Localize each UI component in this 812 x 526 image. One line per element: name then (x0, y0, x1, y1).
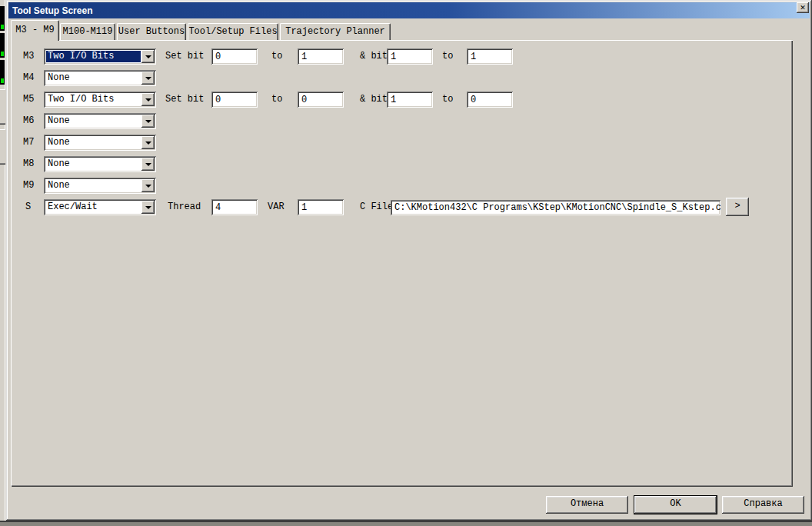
m3-to2-input[interactable] (467, 48, 513, 65)
m8-action-value: None (46, 158, 141, 170)
m5-to2-label: to (442, 92, 453, 108)
m7-action-combo[interactable]: None (44, 135, 156, 151)
var-input[interactable] (298, 199, 344, 215)
s-action-value: Exec/Wait (46, 201, 141, 213)
m5-action-value: Two I/O Bits (46, 94, 141, 105)
m6-combo-dropdown-button[interactable] (141, 115, 155, 128)
cfile-label: C File (360, 199, 393, 215)
chevron-down-icon (145, 185, 151, 188)
titlebar: Tool Setup Screen (8, 2, 810, 18)
s-combo-dropdown-button[interactable] (141, 201, 155, 214)
background-dro-box (0, 33, 5, 58)
m3-andbit-input[interactable] (387, 48, 433, 65)
m6-action-combo[interactable]: None (44, 113, 156, 129)
chevron-down-icon (145, 163, 151, 166)
m8-label: M8 (23, 156, 34, 172)
m9-combo-dropdown-button[interactable] (141, 179, 155, 192)
m3-action-combo[interactable]: Two I/O Bits (44, 48, 156, 65)
m5-to1-label: to (271, 92, 282, 108)
tab-user-buttons[interactable]: User Buttons (117, 23, 186, 40)
var-label: VAR (268, 199, 285, 215)
m4-action-value: None (46, 72, 141, 84)
m9-label: M9 (23, 178, 34, 194)
window-title: Tool Setup Screen (8, 5, 92, 16)
dro-green-digit (1, 25, 4, 29)
background-button-edge (0, 89, 5, 125)
tab-trajectory-planner[interactable]: Trajectory Planner (280, 23, 391, 40)
s-label: S (25, 199, 31, 215)
tab-tool-setup-files[interactable]: Tool/Setup Files (188, 23, 278, 40)
cfile-input[interactable] (391, 200, 720, 215)
chevron-down-icon (145, 120, 151, 123)
background-dro-box (0, 6, 5, 31)
m7-action-value: None (46, 137, 141, 148)
m7-combo-dropdown-button[interactable] (141, 136, 155, 149)
m4-combo-dropdown-button[interactable] (141, 72, 155, 85)
background-button-edge (0, 129, 5, 165)
m5-combo-dropdown-button[interactable] (141, 93, 155, 106)
tool-setup-dialog: Tool Setup Screen ✕ M3 - M9 M100-M119 Us… (6, 0, 812, 521)
m3-to2-label: to (442, 48, 453, 65)
cancel-button[interactable]: Отмена (546, 496, 628, 514)
m3-label: M3 (23, 48, 34, 65)
m8-combo-dropdown-button[interactable] (141, 158, 155, 171)
tab-m100-m119[interactable]: M100-M119 (60, 23, 115, 40)
ok-button[interactable]: OK (634, 496, 717, 514)
screen: Tool Setup Screen ✕ M3 - M9 M100-M119 Us… (0, 0, 812, 526)
m3-combo-dropdown-button[interactable] (141, 50, 155, 63)
close-button[interactable]: ✕ (797, 2, 809, 13)
m5-to1-input[interactable] (298, 92, 344, 108)
m4-label: M4 (23, 70, 34, 86)
m5-action-combo[interactable]: Two I/O Bits (44, 92, 156, 108)
m5-setbit-input[interactable] (211, 92, 258, 108)
browse-button[interactable]: > (726, 198, 749, 216)
m4-action-combo[interactable]: None (44, 70, 156, 86)
m3-setbit-input[interactable] (211, 48, 258, 65)
m5-andbit-input[interactable] (387, 92, 433, 108)
m3-andbit-label: & bit (360, 48, 388, 65)
m5-to2-input[interactable] (467, 92, 513, 108)
m9-action-combo[interactable]: None (44, 178, 156, 194)
m6-label: M6 (23, 113, 34, 129)
chevron-down-icon (145, 55, 151, 58)
chevron-down-icon (145, 77, 151, 80)
thread-label: Thread (168, 199, 201, 215)
m6-action-value: None (46, 115, 141, 127)
close-icon: ✕ (800, 5, 806, 12)
background-dro-box (0, 60, 5, 85)
background-highlight-line (5, 0, 5, 526)
background-window-strip (0, 0, 6, 526)
bottom-edge-strip (0, 521, 812, 526)
chevron-down-icon (145, 206, 151, 209)
m5-label: M5 (23, 92, 34, 108)
m8-action-combo[interactable]: None (44, 156, 156, 172)
chevron-down-icon (145, 141, 151, 145)
s-action-combo[interactable]: Exec/Wait (44, 199, 156, 215)
m3-to1-label: to (271, 48, 282, 65)
m3-setbit-label: Set bit (165, 48, 204, 65)
thread-input[interactable] (211, 199, 258, 215)
m7-label: M7 (23, 135, 34, 151)
dro-green-digit (1, 78, 4, 83)
m3-to1-input[interactable] (298, 48, 344, 65)
m9-action-value: None (46, 180, 141, 191)
m5-setbit-label: Set bit (165, 92, 204, 108)
tab-m3-m9[interactable]: M3 - M9 (11, 20, 59, 41)
dro-green-digit (1, 52, 4, 56)
chevron-down-icon (145, 98, 151, 102)
m3-action-value: Two I/O Bits (46, 51, 141, 62)
m5-andbit-label: & bit (360, 92, 388, 108)
help-button[interactable]: Справка (722, 496, 804, 514)
